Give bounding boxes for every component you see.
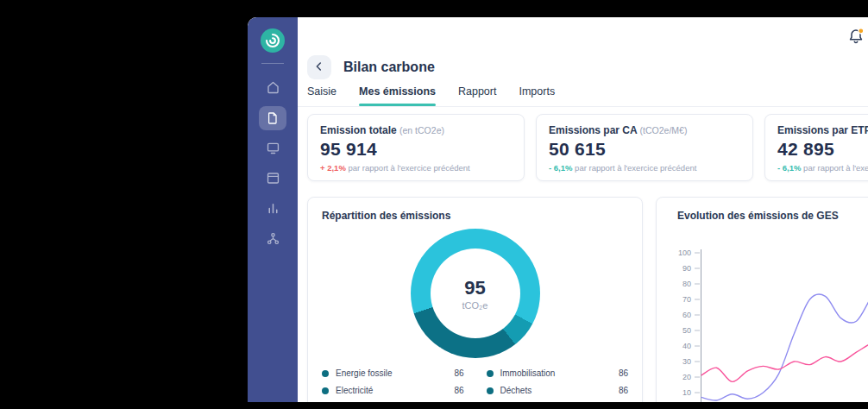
stat-card-emission-totale: Emission totale (en tCO2e) 95 914 + 2,1%… xyxy=(307,114,525,181)
legend-dot-icon xyxy=(487,387,494,394)
svg-text:90: 90 xyxy=(682,264,691,273)
delta-caption: par rapport à l'exercice précédent xyxy=(803,163,868,173)
document-icon xyxy=(266,111,280,125)
stat-unit: (en tCO2e) xyxy=(399,125,444,135)
sidebar-item-monitor[interactable] xyxy=(259,136,286,160)
svg-text:40: 40 xyxy=(682,342,691,350)
donut-total-value: 95 xyxy=(464,277,485,299)
stat-card-emissions-ca: Emissions par CA (tCO2e/M€) 50 615 - 6,1… xyxy=(536,114,753,181)
svg-text:100: 100 xyxy=(678,249,691,257)
svg-text:50: 50 xyxy=(682,326,691,335)
legend-item-dechets: Déchets 86 xyxy=(487,386,629,395)
evolution-line-chart: 100908070605040302010 xyxy=(665,242,868,402)
legend-dot-icon xyxy=(487,370,494,377)
tab-saisie[interactable]: Saisie xyxy=(307,85,337,106)
panel-repartition-emissions: Répartition des émissions 95 tCO₂e Energ… xyxy=(307,197,643,402)
stat-title: Emissions par ETP xyxy=(777,124,868,136)
delta-value: - 6,1% xyxy=(549,163,572,173)
notification-bell-button[interactable] xyxy=(846,27,866,47)
tab-rapport[interactable]: Rapport xyxy=(458,85,496,106)
stat-value: 50 615 xyxy=(549,139,740,160)
legend-label: Immobilisation xyxy=(500,368,556,378)
delta-value: + 2,1% xyxy=(320,163,346,173)
legend-item-electricite: Electricité 86 xyxy=(322,386,464,395)
legend-value: 86 xyxy=(454,368,463,378)
svg-text:60: 60 xyxy=(682,311,691,319)
stat-card-emissions-etp: Emissions par ETP (tCO2e/ETP) 42 895 - 6… xyxy=(764,114,868,181)
svg-text:70: 70 xyxy=(682,295,691,304)
stat-delta: - 6,1% par rapport à l'exercice précéden… xyxy=(777,163,868,173)
delta-caption: par rapport à l'exercice précédent xyxy=(348,163,469,173)
sidebar-item-window[interactable] xyxy=(259,167,286,191)
legend-label: Déchets xyxy=(500,386,532,395)
page-title: Bilan carbone xyxy=(343,60,435,75)
repartition-donut: 95 tCO₂e xyxy=(411,229,540,358)
legend-label: Energie fossile xyxy=(336,368,393,378)
stat-value: 42 895 xyxy=(777,139,868,160)
main-content: Bilan carbone Saisie Mes émissions Rappo… xyxy=(298,17,868,402)
stat-cards-row: Emission totale (en tCO2e) 95 914 + 2,1%… xyxy=(307,114,868,181)
svg-text:80: 80 xyxy=(682,280,691,288)
bell-icon xyxy=(846,35,865,48)
charts-row: Répartition des émissions 95 tCO₂e Energ… xyxy=(307,197,868,402)
legend-item-energie-fossile: Energie fossile 86 xyxy=(322,368,464,378)
panel-title: Evolution des émissions de GES xyxy=(677,210,868,222)
tab-mes-emissions[interactable]: Mes émissions xyxy=(359,85,436,106)
stat-unit: (tCO2e/M€) xyxy=(640,125,688,135)
sidebar-divider xyxy=(261,63,284,64)
org-chart-icon xyxy=(266,231,280,246)
window-icon xyxy=(266,171,280,186)
stat-value: 95 914 xyxy=(320,139,512,160)
stat-title: Emission totale xyxy=(320,124,397,136)
sidebar-item-home[interactable] xyxy=(259,76,286,100)
donut-legend: Energie fossile 86 Immobilisation 86 Ele… xyxy=(322,368,628,395)
legend-dot-icon xyxy=(322,370,329,377)
legend-dot-icon xyxy=(322,387,329,394)
chevron-left-icon xyxy=(313,60,325,75)
brand-logo-icon[interactable] xyxy=(261,28,285,53)
monitor-icon xyxy=(266,141,280,155)
donut-total-unit: tCO₂e xyxy=(462,300,488,311)
back-button[interactable] xyxy=(307,55,331,79)
sidebar-item-organisation[interactable] xyxy=(259,227,286,251)
stat-delta: - 6,1% par rapport à l'exercice précéden… xyxy=(549,163,740,173)
legend-value: 86 xyxy=(454,386,463,395)
tab-bar: Saisie Mes émissions Rapport Imports xyxy=(298,85,868,107)
sidebar xyxy=(248,17,298,402)
svg-text:30: 30 xyxy=(682,357,691,366)
home-icon xyxy=(266,80,280,95)
page-header: Bilan carbone xyxy=(307,55,435,79)
sidebar-item-documents[interactable] xyxy=(259,106,286,130)
panel-title: Répartition des émissions xyxy=(322,210,628,222)
app-window: Bilan carbone Saisie Mes émissions Rappo… xyxy=(248,17,868,402)
svg-text:10: 10 xyxy=(682,388,691,397)
sidebar-item-analytics[interactable] xyxy=(259,197,286,221)
panel-evolution-ges: Evolution des émissions de GES 100908070… xyxy=(656,197,868,402)
delta-value: - 6,1% xyxy=(777,163,801,173)
stat-delta: + 2,1% par rapport à l'exercice précéden… xyxy=(320,163,512,173)
legend-value: 86 xyxy=(619,368,628,378)
legend-label: Electricité xyxy=(336,386,373,395)
notification-badge xyxy=(859,28,864,34)
svg-text:20: 20 xyxy=(682,373,691,381)
bar-chart-icon xyxy=(266,201,280,216)
tab-imports[interactable]: Imports xyxy=(519,85,555,106)
delta-caption: par rapport à l'exercice précédent xyxy=(575,163,696,173)
legend-value: 86 xyxy=(619,386,628,395)
donut-center: 95 tCO₂e xyxy=(431,249,520,338)
legend-item-immobilisation: Immobilisation 86 xyxy=(487,368,629,378)
stat-title: Emissions par CA xyxy=(549,124,637,136)
